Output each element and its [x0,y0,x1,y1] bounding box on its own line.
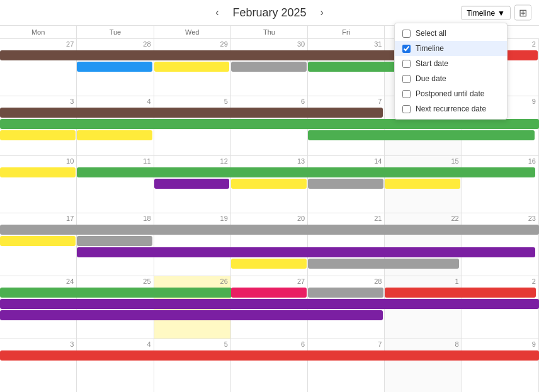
start-date-label: Start date [416,59,448,68]
day-cell[interactable]: 8 [385,339,462,392]
select-all-label: Select all [416,29,446,38]
day-cell[interactable]: 7 [308,96,385,155]
next-recurrence-label: Next recurrence date [416,104,486,113]
calendar-header: ‹ February 2025 › Timeline ▼ ⊞ [0,0,539,25]
day-cell[interactable]: 11 [77,156,154,213]
day-cell[interactable]: 1 [385,276,462,339]
week-row-3: 10 11 12 13 14 15 16 [0,156,539,213]
day-cell[interactable]: 28 [77,39,154,96]
day-cell[interactable]: 20 [231,213,308,276]
timeline-dropdown-button[interactable]: Timeline ▼ [461,6,511,20]
dropdown-item-timeline[interactable]: Timeline [395,41,507,56]
timeline-checkbox[interactable] [402,45,411,53]
day-header-tue: Tue [77,26,154,38]
month-navigation: ‹ February 2025 › [212,6,327,20]
day-cell[interactable]: 10 [0,156,77,213]
day-header-mon: Mon [0,26,77,38]
day-cell[interactable]: 18 [77,213,154,276]
week-row-6: 3 4 5 6 7 8 9 [0,339,539,392]
week-row-5: 24 25 26 27 28 1 2 [0,276,539,339]
day-cell[interactable]: 16 [462,156,539,213]
month-title: February 2025 [232,6,306,20]
day-cell[interactable]: 12 [154,156,231,213]
day-cell[interactable]: 24 [0,276,77,339]
day-cell[interactable]: 3 [0,339,77,392]
day-cell[interactable]: 29 [154,39,231,96]
day-cell[interactable]: 31 [308,39,385,96]
day-cell[interactable]: 2 [462,276,539,339]
week-row-4: 17 18 19 20 21 22 23 [0,213,539,276]
due-date-checkbox[interactable] [402,75,411,83]
day-cell[interactable]: 27 [231,276,308,339]
column-select-dropdown: Select all Timeline Start date Due date … [394,23,508,120]
select-all-checkbox[interactable] [402,30,411,38]
day-cell[interactable]: 4 [77,96,154,155]
dropdown-item-postponed[interactable]: Postponed until date [395,86,507,101]
day-cell[interactable]: 13 [231,156,308,213]
dropdown-arrow-icon: ▼ [497,8,505,17]
day-cell[interactable]: 26 [154,276,231,339]
day-cell[interactable]: 3 [0,96,77,155]
day-header-fri: Fri [308,26,385,38]
due-date-label: Due date [416,74,446,83]
day-cell[interactable]: 30 [231,39,308,96]
day-cell[interactable]: 28 [308,276,385,339]
dropdown-item-next-recurrence[interactable]: Next recurrence date [395,101,507,116]
day-cell[interactable]: 21 [308,213,385,276]
day-cell[interactable]: 6 [231,96,308,155]
day-cell[interactable]: 17 [0,213,77,276]
next-month-button[interactable]: › [317,6,327,20]
timeline-btn-label: Timeline [467,8,495,17]
day-header-thu: Thu [231,26,308,38]
day-cell[interactable]: 19 [154,213,231,276]
day-cell[interactable]: 22 [385,213,462,276]
dropdown-item-select-all[interactable]: Select all [395,26,507,41]
timeline-label: Timeline [416,44,444,53]
header-right-controls: Timeline ▼ ⊞ [461,5,531,21]
day-cell[interactable]: 25 [77,276,154,339]
day-cell[interactable]: 15 [385,156,462,213]
dropdown-item-start-date[interactable]: Start date [395,56,507,71]
day-cell[interactable]: 9 [462,339,539,392]
day-cell[interactable]: 7 [308,339,385,392]
day-cell[interactable]: 4 [77,339,154,392]
start-date-checkbox[interactable] [402,60,411,68]
grid-view-button[interactable]: ⊞ [514,5,531,21]
day-cell[interactable]: 5 [154,96,231,155]
day-cell[interactable]: 6 [231,339,308,392]
day-cell[interactable]: 5 [154,339,231,392]
day-cell[interactable]: 23 [462,213,539,276]
postponed-label: Postponed until date [416,89,484,98]
prev-month-button[interactable]: ‹ [212,6,222,20]
dropdown-item-due-date[interactable]: Due date [395,71,507,86]
day-cell[interactable]: 27 [0,39,77,96]
next-recurrence-checkbox[interactable] [402,105,411,113]
day-header-wed: Wed [154,26,231,38]
day-cell[interactable]: 14 [308,156,385,213]
postponed-checkbox[interactable] [402,90,411,98]
